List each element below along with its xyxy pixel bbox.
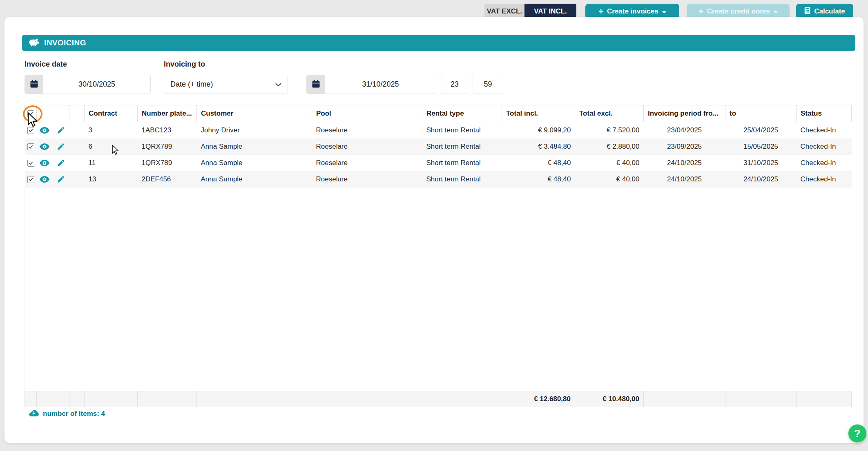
cell-status: Checked-In (797, 171, 852, 188)
invoice-date-input[interactable] (43, 75, 151, 94)
totals-row: € 12.680,80 € 10.480,00 (25, 391, 852, 407)
minute-input[interactable] (473, 75, 503, 94)
items-count-row: number of items: 4 (29, 409, 105, 419)
screen: VAT EXCL. VAT INCL. + Create invoices + … (0, 0, 868, 451)
edit-icon[interactable] (56, 141, 66, 152)
col-header-pool[interactable]: Pool (312, 105, 422, 122)
view-icon[interactable] (39, 141, 50, 152)
col-header-total-excl[interactable]: Total excl. (575, 105, 644, 122)
col-header-status[interactable]: Status (797, 105, 852, 122)
calculate-label: Calculate (814, 7, 845, 16)
view-icon[interactable] (39, 125, 50, 136)
items-count-label: number of items: 4 (43, 410, 105, 418)
calendar-icon (30, 80, 38, 89)
row-checkbox[interactable] (27, 176, 34, 183)
table-empty-area (25, 188, 851, 391)
cell-period-to: 31/10/2025 (725, 155, 797, 171)
col-header-contract[interactable]: Contract (85, 105, 138, 122)
cell-pool: Roeselare (312, 138, 422, 155)
cell-contract: 11 (85, 155, 138, 171)
cell-rental-type: Short term Rental (422, 155, 502, 171)
cell-rental-type: Short term Rental (422, 138, 502, 155)
cell-period-from: 23/09/2025 (644, 138, 725, 155)
calculator-icon (804, 7, 810, 16)
view-column-header (37, 105, 52, 122)
invoicing-to-calendar-button[interactable] (306, 75, 325, 94)
invoicing-to-label: Invoicing to (164, 60, 205, 69)
cell-total-excl: € 40,00 (575, 155, 644, 171)
cell-plate: 2DEF456 (138, 171, 197, 188)
cell-rental-type: Short term Rental (422, 122, 502, 139)
table-row: 11 1QRX789 Anna Sample Roeselare Short t… (25, 155, 852, 171)
cell-customer: Johny Driver (197, 122, 312, 139)
panel-header: INVOICING (22, 35, 855, 51)
invoices-table-wrap: Contract Number plate... Customer Pool R… (25, 105, 851, 407)
col-header-total-incl[interactable]: Total incl. (502, 105, 575, 122)
create-credit-notes-label: Create credit notes (707, 7, 770, 16)
cell-plate: 1ABC123 (138, 122, 197, 139)
help-button[interactable]: ? (848, 424, 866, 442)
col-header-rental-type[interactable]: Rental type (422, 105, 502, 122)
invoicing-card: INVOICING Invoice date Invoicing to Date… (4, 17, 864, 443)
table-row: 3 1ABC123 Johny Driver Roeselare Short t… (25, 122, 852, 139)
cell-plate: 1QRX789 (138, 138, 197, 155)
chevron-down-icon (275, 80, 281, 89)
invoicing-to-select[interactable]: Date (+ time) (164, 75, 288, 94)
cell-customer: Anna Sample (197, 138, 312, 155)
invoices-table: Contract Number plate... Customer Pool R… (25, 105, 852, 188)
cell-total-incl: € 3.484,80 (502, 138, 575, 155)
cell-total-excl: € 7.520,00 (575, 122, 644, 139)
cell-customer: Anna Sample (197, 155, 312, 171)
total-incl-sum: € 12.680,80 (502, 391, 575, 407)
cell-plate: 1QRX789 (138, 155, 197, 171)
cell-period-from: 24/10/2025 (644, 155, 725, 171)
cell-total-incl: € 9.099,20 (502, 122, 575, 139)
invoicing-to-date-input[interactable] (325, 75, 436, 94)
view-icon[interactable] (39, 158, 50, 168)
invoicing-to-selected-value: Date (+ time) (170, 80, 213, 89)
cell-total-incl: € 48,40 (502, 171, 575, 188)
cell-status: Checked-In (797, 155, 852, 171)
calendar-icon (312, 80, 320, 89)
invoice-date-label: Invoice date (25, 60, 67, 69)
col-header-period-to[interactable]: to (725, 105, 797, 122)
cell-contract: 3 (85, 122, 138, 139)
cell-pool: Roeselare (312, 171, 422, 188)
row-checkbox[interactable] (27, 143, 34, 150)
cell-rental-type: Short term Rental (422, 171, 502, 188)
col-header-period-from[interactable]: Invoicing period fro... (644, 105, 725, 122)
edit-column-header (52, 105, 69, 122)
cell-customer: Anna Sample (197, 171, 312, 188)
plus-icon: + (598, 7, 603, 16)
edit-icon[interactable] (56, 125, 66, 136)
create-invoices-label: Create invoices (607, 7, 658, 16)
cell-total-incl: € 48,40 (502, 155, 575, 171)
cell-contract: 6 (85, 138, 138, 155)
cell-period-to: 15/05/2025 (725, 138, 797, 155)
cloud-download-icon[interactable] (29, 409, 39, 419)
table-row: 13 2DEF456 Anna Sample Roeselare Short t… (25, 171, 852, 188)
page-title: INVOICING (44, 38, 86, 47)
table-row: 6 1QRX789 Anna Sample Roeselare Short te… (25, 138, 852, 155)
cell-pool: Roeselare (312, 155, 422, 171)
chevron-down-icon (774, 7, 778, 16)
total-excl-sum: € 10.480,00 (575, 391, 644, 407)
col-header-number-plate[interactable]: Number plate... (138, 105, 197, 122)
spacer-column-header (69, 105, 85, 122)
select-all-checkbox[interactable] (27, 110, 34, 117)
edit-icon[interactable] (56, 158, 66, 168)
hour-input[interactable] (440, 75, 469, 94)
view-icon[interactable] (39, 174, 50, 185)
piggy-bank-icon (28, 38, 40, 49)
invoice-date-calendar-button[interactable] (25, 75, 43, 94)
row-checkbox[interactable] (27, 127, 34, 134)
cell-pool: Roeselare (312, 122, 422, 139)
row-checkbox[interactable] (27, 160, 34, 167)
plus-icon: + (698, 7, 703, 16)
select-all-header-cell (25, 105, 37, 122)
col-header-customer[interactable]: Customer (197, 105, 312, 122)
cell-period-from: 23/04/2025 (644, 122, 725, 139)
cell-period-from: 24/10/2025 (644, 171, 725, 188)
chevron-down-icon (662, 7, 666, 16)
edit-icon[interactable] (56, 174, 66, 185)
